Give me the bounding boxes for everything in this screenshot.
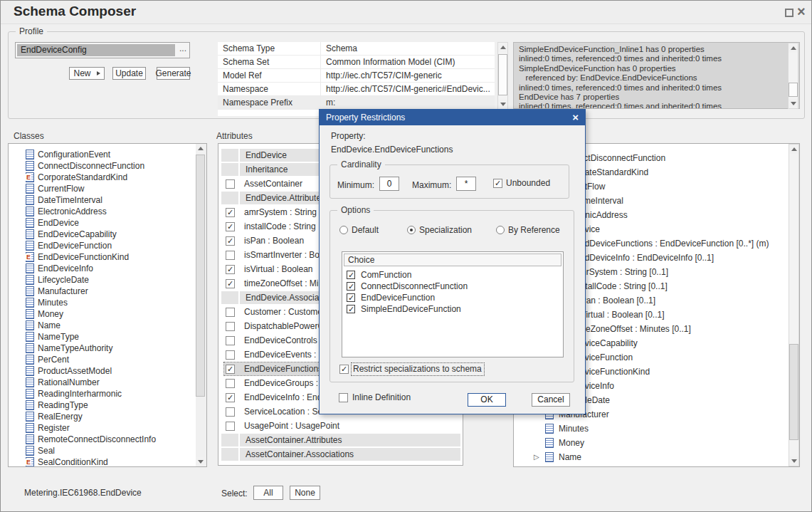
- choice-checkbox[interactable]: [347, 271, 355, 279]
- tree-item[interactable]: Money: [514, 436, 788, 450]
- scroll-up-icon[interactable]: [498, 43, 507, 52]
- class-list-item[interactable]: ReadingInterharmonic: [26, 388, 122, 399]
- maximum-input[interactable]: [456, 177, 476, 191]
- class-list-item[interactable]: RemoteConnectDisconnectInfo: [26, 434, 156, 445]
- attribute-checkbox[interactable]: [226, 422, 235, 431]
- choice-checkbox[interactable]: [347, 282, 355, 291]
- expand-arrow-icon[interactable]: ▷: [534, 453, 539, 461]
- scroll-thumb[interactable]: [196, 155, 205, 397]
- class-list-item[interactable]: Manufacturer: [26, 286, 88, 297]
- choice-item[interactable]: EndDeviceFunction: [347, 292, 435, 303]
- generate-button[interactable]: Generate: [157, 67, 190, 80]
- class-list-item[interactable]: ReadingType: [26, 399, 88, 411]
- option-radio-by-reference[interactable]: By Reference: [496, 225, 560, 235]
- attribute-checkbox[interactable]: [226, 236, 235, 246]
- attribute-checkbox[interactable]: [226, 393, 235, 402]
- choice-item[interactable]: ConnectDisconnectFunction: [347, 281, 468, 292]
- attribute-checkbox[interactable]: [226, 379, 235, 388]
- scroll-up-icon[interactable]: [789, 43, 798, 53]
- scroll-thumb[interactable]: [789, 344, 798, 440]
- class-list-item[interactable]: LifecycleDate: [26, 274, 89, 286]
- choice-checkbox[interactable]: [347, 293, 355, 302]
- scroll-thumb[interactable]: [498, 54, 507, 95]
- attribute-checkbox[interactable]: [226, 365, 235, 374]
- ok-button[interactable]: OK: [468, 393, 506, 407]
- cancel-button[interactable]: Cancel: [532, 393, 570, 407]
- class-list-item[interactable]: DateTimeInterval: [26, 194, 102, 206]
- inline-definition-checkbox[interactable]: [339, 393, 348, 402]
- select-all-button[interactable]: All: [253, 486, 283, 500]
- select-none-button[interactable]: None: [290, 486, 320, 500]
- tree-item[interactable]: ▷NameType: [514, 464, 788, 467]
- scroll-up-icon[interactable]: [789, 145, 798, 154]
- attribute-checkbox[interactable]: [226, 407, 235, 417]
- class-list-item[interactable]: Register: [26, 422, 70, 434]
- class-list-item[interactable]: ConfigurationEvent: [26, 149, 110, 160]
- schema-table-row[interactable]: Schema SetCommon Information Model (CIM): [218, 56, 495, 69]
- class-list-item[interactable]: Name: [26, 320, 60, 331]
- attribute-checkbox[interactable]: [226, 251, 235, 260]
- class-list-item[interactable]: Seal: [26, 445, 55, 456]
- tree-item[interactable]: Minutes: [514, 422, 788, 436]
- attribute-checkbox[interactable]: [226, 308, 235, 317]
- class-list-item[interactable]: EndDeviceFunctionKind: [26, 251, 129, 263]
- schema-table-row[interactable]: Schema TypeSchema: [218, 42, 495, 56]
- attribute-checkbox[interactable]: [226, 336, 235, 345]
- tree-item[interactable]: ▷Name: [514, 450, 788, 464]
- attribute-row[interactable]: UsagePoint : UsagePoint: [224, 419, 460, 432]
- schema-table-row[interactable]: Model Refhttp://iec.ch/TC57/CIM-generic: [218, 69, 495, 83]
- choice-checkbox[interactable]: [347, 305, 355, 313]
- class-list-item[interactable]: SealConditionKind: [26, 456, 108, 467]
- attribute-checkbox[interactable]: [226, 322, 235, 331]
- class-list-item[interactable]: PerCent: [26, 354, 69, 365]
- radio-icon[interactable]: [339, 226, 348, 234]
- class-list-item[interactable]: Money: [26, 308, 63, 320]
- scroll-thumb[interactable]: [789, 83, 798, 97]
- choice-item[interactable]: SimpleEndDeviceFunction: [347, 303, 461, 315]
- scroll-down-icon[interactable]: [789, 456, 798, 466]
- scroll-down-icon[interactable]: [498, 100, 507, 109]
- maximize-icon[interactable]: [785, 9, 793, 17]
- profile-name-combo[interactable]: EndDeviceConfig ...: [15, 42, 190, 58]
- class-list-item[interactable]: CorporateStandardKind: [26, 172, 127, 183]
- schema-table-row[interactable]: Namespace Prefixm:: [218, 96, 495, 110]
- browse-button[interactable]: ...: [176, 43, 189, 58]
- restrict-checkbox[interactable]: [339, 365, 349, 374]
- update-button[interactable]: Update: [112, 67, 146, 80]
- schema-table-row[interactable]: Namespacehttp://iec.ch/TC57/CIM-generic#…: [218, 83, 495, 96]
- class-list-item[interactable]: NameType: [26, 331, 79, 343]
- dialog-title-bar[interactable]: Property Restrictions ×: [320, 110, 585, 125]
- option-radio-specialization[interactable]: Specialization: [407, 225, 472, 235]
- attribute-checkbox[interactable]: [226, 350, 235, 360]
- class-list-item[interactable]: EndDeviceInfo: [26, 263, 93, 274]
- class-list-item[interactable]: EndDeviceFunction: [26, 240, 112, 251]
- choice-item[interactable]: ComFunction: [347, 269, 411, 281]
- radio-icon[interactable]: [496, 226, 505, 234]
- attribute-checkbox[interactable]: [226, 265, 235, 274]
- attribute-checkbox[interactable]: [226, 222, 235, 231]
- class-list-item[interactable]: EndDeviceCapability: [26, 229, 117, 240]
- scroll-down-icon[interactable]: [196, 457, 205, 466]
- class-list-item[interactable]: ElectronicAddress: [26, 206, 107, 217]
- new-button[interactable]: New: [69, 67, 105, 80]
- attribute-checkbox[interactable]: [226, 279, 235, 288]
- class-list-item[interactable]: NameTypeAuthority: [26, 343, 112, 354]
- option-radio-default[interactable]: Default: [339, 225, 379, 235]
- class-list-item[interactable]: RealEnergy: [26, 411, 83, 422]
- unbounded-checkbox[interactable]: [493, 179, 502, 188]
- scroll-down-icon[interactable]: [789, 99, 798, 108]
- log-scrollbar[interactable]: [788, 43, 798, 109]
- schema-table-scrollbar[interactable]: [497, 42, 508, 110]
- dialog-close-icon[interactable]: ×: [572, 110, 579, 125]
- class-list-item[interactable]: ProductAssetModel: [26, 365, 112, 377]
- radio-icon[interactable]: [407, 226, 416, 234]
- class-list-item[interactable]: CurrentFlow: [26, 183, 84, 194]
- class-list-item[interactable]: ConnectDisconnectFunction: [26, 160, 144, 172]
- class-list-item[interactable]: EndDevice: [26, 217, 79, 229]
- close-icon[interactable]: ×: [797, 1, 806, 21]
- class-list-item[interactable]: RationalNumber: [26, 377, 100, 388]
- scroll-up-icon[interactable]: [196, 144, 205, 153]
- attribute-checkbox[interactable]: [226, 179, 235, 189]
- class-list-item[interactable]: Minutes: [26, 297, 68, 308]
- attribute-checkbox[interactable]: [226, 208, 235, 217]
